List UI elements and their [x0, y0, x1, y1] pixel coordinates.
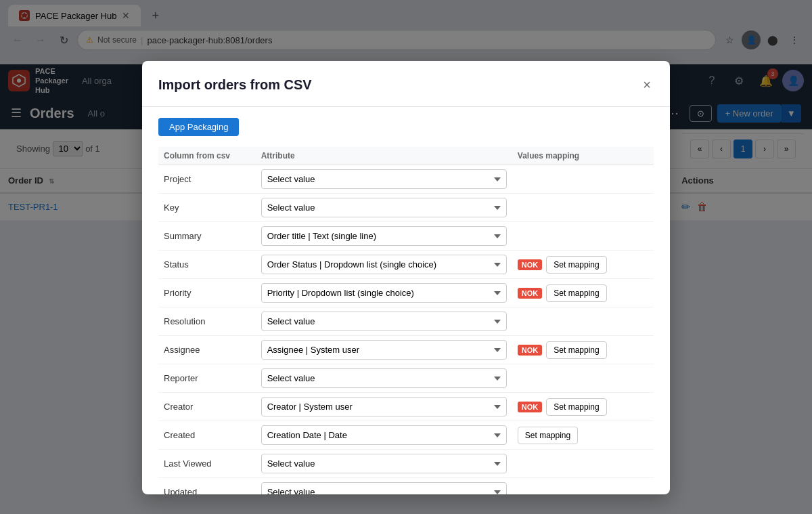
tab-buttons: App Packaging — [158, 118, 654, 136]
mapping-values-cell — [512, 165, 654, 194]
mapping-attribute-cell: Select value — [256, 194, 512, 221]
mapping-attribute-select[interactable]: Select value — [261, 169, 507, 189]
mapping-row: ProjectSelect value — [158, 165, 654, 194]
mapping-column-name: Key — [158, 194, 256, 221]
modal-title: Import orders from CSV — [158, 77, 312, 93]
mapping-column-name: Project — [158, 165, 256, 194]
mapping-attribute-select[interactable]: Select value — [261, 198, 507, 217]
modal-body: App Packaging Column from csv Attribute … — [142, 107, 670, 221]
modal-close-button[interactable]: × — [640, 74, 654, 95]
mapping-attribute-cell: Select value — [256, 165, 512, 194]
mapping-col-header: Column from csv — [158, 147, 256, 165]
mapping-values-cell — [512, 194, 654, 221]
app-packaging-tab[interactable]: App Packaging — [158, 118, 239, 136]
mapping-table: Column from csv Attribute Values mapping… — [158, 147, 654, 221]
modal-overlay: Import orders from CSV × App Packaging C… — [0, 0, 812, 221]
import-modal: Import orders from CSV × App Packaging C… — [142, 61, 670, 221]
mapping-attr-header: Attribute — [256, 147, 512, 165]
mapping-values-header: Values mapping — [512, 147, 654, 165]
mapping-row: KeySelect value — [158, 194, 654, 221]
modal-header: Import orders from CSV × — [142, 61, 670, 107]
